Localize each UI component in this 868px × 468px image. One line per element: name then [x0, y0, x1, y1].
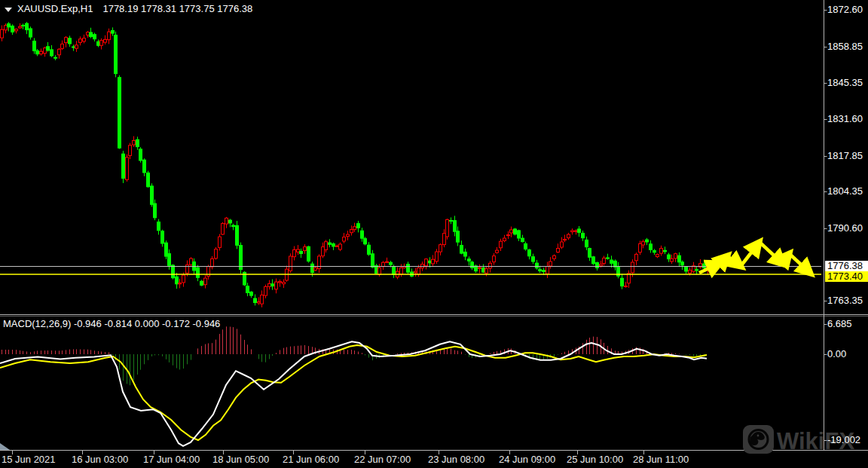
price-tick-label: 1858.85	[827, 41, 863, 52]
time-tick-label: 18 Jun 05:00	[212, 454, 269, 465]
ohlc-values: 1778.19 1778.31 1773.75 1776.38	[102, 3, 252, 14]
symbol-period-label: XAUUSD.Exp,H1	[17, 3, 93, 14]
time-tick-label: 17 Jun 04:00	[143, 454, 200, 465]
time-tick-label: 21 Jun 06:00	[283, 454, 339, 465]
time-tick-label: 28 Jun 11:00	[633, 454, 689, 465]
macd-tick-label: 6.685	[827, 319, 852, 329]
macd-tick-label: 0.00	[827, 349, 846, 359]
hline-price-tag: 1773.40	[825, 271, 868, 282]
trend-arrow[interactable]	[728, 256, 741, 267]
zigzag-annotation[interactable]	[699, 242, 811, 274]
macd-axis[interactable]: 6.6850.00-19.002	[824, 317, 868, 451]
price-tick-label: 1872.60	[827, 5, 863, 15]
chart-shift-marker[interactable]	[0, 443, 10, 450]
time-tick-label: 16 Jun 03:00	[72, 454, 128, 465]
chart-window: WikiFX XAUUSD.Exp,H1 1778.19 1778.31 177…	[0, 0, 868, 468]
time-tick-label: 25 Jun 10:00	[567, 454, 623, 465]
time-tick-label: 15 Jun 2021	[2, 454, 56, 465]
trend-arrow[interactable]	[761, 243, 784, 265]
dropdown-triangle-icon[interactable]	[5, 8, 12, 12]
trend-arrow[interactable]	[790, 255, 811, 274]
macd-signal-line	[0, 345, 707, 440]
trend-arrow[interactable]	[782, 253, 790, 262]
macd-tick-label: -19.002	[827, 435, 860, 445]
trend-arrow[interactable]	[718, 255, 728, 265]
price-tick-label: 1790.60	[827, 223, 863, 234]
chart-canvas[interactable]: WikiFX	[0, 0, 868, 468]
price-tick-label: 1804.35	[827, 186, 863, 197]
time-tick-label: 24 Jun 09:00	[499, 454, 555, 465]
time-tick-label: 23 Jun 08:00	[428, 454, 484, 465]
trend-arrow[interactable]	[741, 242, 760, 265]
time-axis[interactable]: 15 Jun 202116 Jun 03:0017 Jun 04:0018 Ju…	[0, 451, 868, 468]
chart-title: XAUUSD.Exp,H1 1778.19 1778.31 1773.75 17…	[3, 3, 252, 14]
macd-indicator-label: MACD(12,26,9) -0.946 -0.814 0.000 -0.172…	[3, 318, 220, 329]
price-tick-label: 1845.35	[827, 78, 863, 88]
current-price-tag: 1776.38	[825, 261, 868, 271]
time-tick-label: 22 Jun 07:00	[354, 454, 411, 465]
price-tick-label: 1817.85	[827, 151, 863, 161]
price-tick-label: 1763.35	[827, 295, 863, 306]
price-tick-label: 1831.60	[827, 114, 863, 124]
candles-group	[1, 22, 713, 307]
